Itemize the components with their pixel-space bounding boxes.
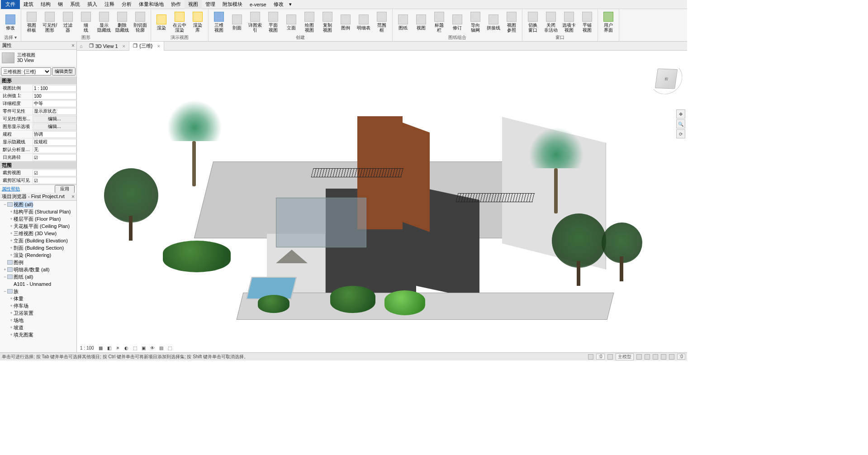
tree-node[interactable]: +体量 [0, 295, 76, 302]
expand-icon[interactable]: − [3, 202, 7, 207]
tree-node[interactable]: +三维视图 (3D View) [0, 230, 76, 237]
ribbon-tool[interactable]: 视图 [413, 10, 430, 34]
view-cube[interactable]: 前 [655, 68, 678, 89]
browser-close-icon[interactable]: × [71, 194, 75, 200]
ribbon-tool[interactable]: 立面 [283, 10, 300, 34]
expand-icon[interactable]: + [9, 311, 14, 315]
menu-tab-建筑[interactable]: 建筑 [20, 0, 37, 9]
properties-apply-button[interactable]: 应用 [55, 185, 75, 193]
ribbon-tool[interactable]: 三维 视图 [210, 10, 228, 34]
shadows-icon[interactable]: ◐ [123, 346, 130, 351]
menu-tab-结构[interactable]: 结构 [37, 0, 54, 9]
property-value[interactable]: 1 : 100 [33, 85, 76, 92]
menu-tab-修改[interactable]: 修改 [270, 0, 287, 9]
ribbon-tool[interactable]: 详图索引 [247, 10, 264, 34]
ribbon-tool[interactable]: 图纸 [394, 10, 412, 34]
ribbon-tool[interactable]: 图例 [337, 10, 354, 34]
expand-icon[interactable]: + [9, 231, 14, 236]
ribbon-tool[interactable]: 明细表 [355, 10, 372, 34]
property-value[interactable]: 无 [33, 147, 76, 153]
expand-icon[interactable]: + [9, 217, 14, 221]
instance-selector[interactable]: 三维视图: {三维} [1, 67, 51, 76]
detail-level-icon[interactable]: ▦ [97, 346, 104, 351]
nav-pan-icon[interactable]: ✥ [676, 109, 685, 118]
expand-icon[interactable]: − [3, 289, 7, 294]
crop-region-icon[interactable]: ▣ [140, 346, 147, 351]
status-icon[interactable] [645, 354, 650, 360]
ribbon-tool[interactable]: 剖面 [228, 10, 246, 34]
ribbon-tool[interactable]: 渲染 [153, 10, 170, 34]
property-edit-button[interactable]: 编辑... [33, 116, 76, 123]
menu-tab-管理[interactable]: 管理 [202, 0, 219, 9]
menu-tab-视图[interactable]: 视图 [185, 0, 202, 9]
tree-node[interactable]: +坡道 [0, 324, 76, 331]
menu-tab-协作[interactable]: 协作 [167, 0, 185, 9]
properties-type[interactable]: 三维视图 3D View [0, 50, 76, 66]
ribbon-tool[interactable]: 复制 视图 [319, 10, 336, 34]
tree-node[interactable]: +结构平面 (Structural Plan) [0, 208, 76, 215]
sun-path-icon[interactable]: ☀ [114, 346, 121, 351]
tree-node[interactable]: +场地 [0, 317, 76, 324]
tree-node[interactable]: +渲染 (Rendering) [0, 251, 76, 259]
view-tab-close-icon[interactable]: × [123, 43, 125, 49]
property-value[interactable]: 100 [33, 93, 76, 100]
home-view-icon[interactable]: ⌂ [77, 43, 85, 49]
reveal-hidden-icon[interactable]: ▤ [158, 346, 165, 351]
expand-icon[interactable]: + [9, 238, 14, 243]
expand-icon[interactable]: + [9, 224, 14, 228]
tree-node[interactable]: −族 [0, 288, 76, 295]
visual-style-icon[interactable]: ◧ [106, 346, 113, 351]
model-selector[interactable]: 主模型 [616, 353, 634, 360]
ribbon-tool[interactable]: 选项卡 视图 [560, 10, 578, 34]
ribbon-tool[interactable]: 视图 样板 [23, 10, 40, 34]
ribbon-tool[interactable]: 拼接线 [485, 10, 502, 34]
property-value[interactable]: 中等 [33, 100, 76, 107]
tree-node[interactable]: +停车场 [0, 302, 76, 309]
ribbon-tool[interactable]: 绘图 视图 [301, 10, 318, 34]
property-value[interactable]: 显示原状态 [33, 108, 76, 115]
view-tab-close-icon[interactable]: × [157, 43, 160, 49]
property-value[interactable] [33, 170, 76, 176]
ribbon-tool[interactable]: 平面 视图 [265, 10, 282, 34]
expand-icon[interactable]: + [9, 209, 14, 214]
menu-tab-系统[interactable]: 系统 [66, 0, 84, 9]
ribbon-tool[interactable]: 可见性/ 图形 [41, 10, 58, 34]
expand-icon[interactable]: + [9, 303, 14, 308]
tree-node[interactable]: +卫浴装置 [0, 309, 76, 317]
edit-type-button[interactable]: 编辑类型 [52, 67, 76, 76]
scale-display[interactable]: 1 : 100 [79, 346, 95, 351]
menu-overflow[interactable]: ▾ [289, 1, 292, 7]
ribbon-tool[interactable]: 平铺 视图 [579, 10, 596, 34]
view-tab[interactable]: ❐3D View 1× [85, 42, 129, 51]
ribbon-tool[interactable]: 用户 界面 [600, 10, 617, 34]
view-tab[interactable]: ❐{三维}× [129, 42, 164, 51]
menu-tab-注释[interactable]: 注释 [101, 0, 118, 9]
status-icon[interactable] [661, 354, 666, 360]
nav-zoom-icon[interactable]: 🔍 [676, 119, 685, 128]
property-edit-button[interactable]: 编辑... [33, 123, 76, 130]
tree-node[interactable]: +剖面 (Building Section) [0, 244, 76, 251]
expand-icon[interactable]: + [3, 267, 7, 272]
3d-canvas[interactable]: 前 ✥ 🔍 ⟳ 1 : 100 ▦ ◧ ☀ ◐ ⬚ ▣ 👁 ▤ ⬚ [77, 51, 687, 352]
ribbon-tool[interactable]: 切换 窗口 [524, 10, 541, 34]
tree-node[interactable]: +楼层平面 (Floor Plan) [0, 215, 76, 223]
ribbon-tool[interactable]: 导向 轴网 [467, 10, 484, 34]
expand-icon[interactable]: + [9, 296, 14, 301]
tree-node[interactable]: 图例 [0, 259, 76, 266]
filter-count[interactable]: :0 [677, 354, 685, 360]
status-icon[interactable] [669, 354, 674, 360]
status-icon[interactable] [653, 354, 658, 360]
hide-isolate-icon[interactable]: 👁 [149, 346, 156, 351]
status-icon[interactable] [588, 354, 593, 360]
menu-tab-钢[interactable]: 钢 [54, 0, 66, 9]
expand-icon[interactable]: + [9, 318, 14, 322]
ribbon-tool[interactable]: 剖切面 轮廓 [132, 10, 149, 34]
ribbon-tool[interactable]: 删除 隐藏线 [114, 10, 131, 34]
expand-icon[interactable]: + [9, 332, 14, 337]
tree-node[interactable]: −视图 (all) [0, 201, 76, 208]
tree-node[interactable]: +填充图案 [0, 331, 76, 338]
properties-close-icon[interactable]: × [71, 43, 75, 49]
file-menu[interactable]: 文件 [1, 0, 20, 9]
ribbon-tool[interactable]: 在云中 渲染 [171, 10, 188, 34]
property-value[interactable]: 协调 [33, 131, 76, 138]
